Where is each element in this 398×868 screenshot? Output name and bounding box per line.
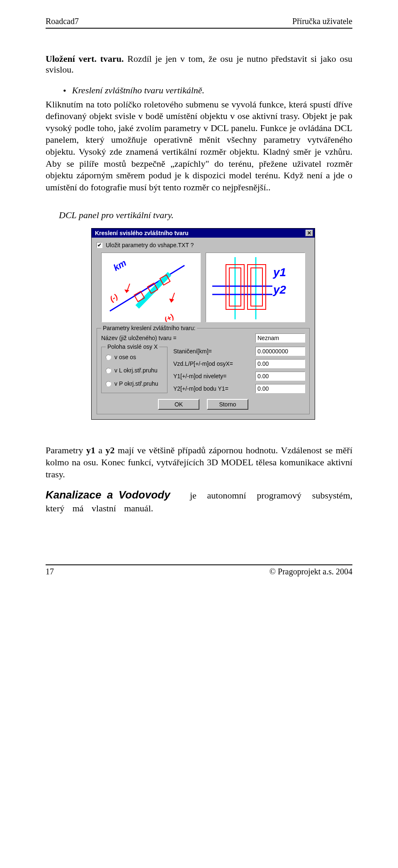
svg-marker-5 bbox=[124, 289, 129, 293]
radio-row-2: v P okrj.stř.pruhu bbox=[106, 380, 163, 387]
svg-marker-6 bbox=[169, 299, 174, 303]
button-row: OK Storno bbox=[101, 399, 305, 410]
page-header: Roadcad7 Příručka uživatele bbox=[46, 17, 352, 26]
radio-l-okrj[interactable] bbox=[106, 368, 111, 373]
illustration-row: km (-) (+) bbox=[101, 253, 306, 322]
label-y2: y2 bbox=[272, 283, 286, 296]
fieldset-poloha-label: Poloha svislé osy X bbox=[106, 343, 159, 350]
dialog-titlebar[interactable]: Kreslení svislého zvláštního tvaru ✕ bbox=[92, 229, 315, 238]
bullet-item: • Kreslení zvláštního tvaru vertikálně. bbox=[63, 85, 352, 97]
footer-right: © Pragoprojekt a.s. 2004 bbox=[269, 567, 352, 576]
nazev-input[interactable]: Neznam bbox=[255, 333, 305, 343]
title-bold: Uložení vert. tvaru. bbox=[46, 53, 124, 64]
dialog-body: ✔ Uložit parametry do vshape.TXT ? km (-… bbox=[92, 238, 315, 419]
y2-input[interactable]: 0.00 bbox=[255, 384, 305, 393]
stanic-input[interactable]: 0.00000000 bbox=[255, 347, 305, 356]
label-y1: y1 bbox=[272, 266, 286, 279]
radio-row-0: v ose os bbox=[106, 354, 163, 360]
check-icon: ✔ bbox=[97, 242, 102, 248]
fieldset-poloha: Poloha svislé osy X v ose os v L okrj.st… bbox=[101, 347, 167, 393]
fieldset-params-label: Parametry kreslení zvláštního tvaru: bbox=[101, 325, 197, 331]
paragraph-1: Kliknutím na toto políčko roletového sub… bbox=[46, 99, 352, 194]
radio-ose-os[interactable] bbox=[106, 355, 111, 360]
section-title: Uložení vert. tvaru. Rozdíl je jen v tom… bbox=[46, 53, 352, 75]
checkbox-row: ✔ Uložit parametry do vshape.TXT ? bbox=[97, 242, 310, 248]
param-grid: Staničení[km]= 0.00000000 Vzd.L/P[+/-m]o… bbox=[173, 347, 305, 393]
figure-caption: DCL panel pro vertikální tvary. bbox=[59, 210, 352, 221]
row1-label: Vzd.L/P[+/-m]od osyX= bbox=[173, 360, 251, 367]
checkbox-save-params[interactable]: ✔ bbox=[97, 242, 102, 248]
close-button[interactable]: ✕ bbox=[306, 230, 313, 236]
close-icon: ✕ bbox=[307, 230, 311, 236]
row2-label: Y1[+/-m]od nivelety= bbox=[173, 373, 251, 379]
svg-rect-13 bbox=[248, 265, 266, 309]
paragraph-2: Parametry y1 a y2 mají ve většině případ… bbox=[46, 445, 352, 480]
radio-label-0: v ose os bbox=[114, 354, 136, 360]
radio-p-okrj[interactable] bbox=[106, 381, 111, 387]
nazev-label: Název (již uloženého) tvaru = bbox=[101, 335, 251, 341]
radio-label-2: v P okrj.stř.pruhu bbox=[114, 380, 158, 387]
page-footer: 17 © Pragoprojekt a.s. 2004 bbox=[46, 567, 352, 576]
radio-row-1: v L okrj.stř.pruhu bbox=[106, 367, 163, 374]
label-km: km bbox=[112, 258, 128, 273]
header-rule bbox=[46, 28, 352, 29]
illustration-left: km (-) (+) bbox=[101, 253, 201, 322]
subsection: Kanalizace a Vodovody je autonomní progr… bbox=[46, 488, 352, 515]
bullet-label: Kreslení zvláštního tvaru vertikálně. bbox=[72, 85, 204, 97]
label-minus: (-) bbox=[109, 292, 119, 303]
radio-label-1: v L okrj.stř.pruhu bbox=[114, 367, 158, 374]
ok-button[interactable]: OK bbox=[158, 399, 199, 410]
svg-line-1 bbox=[137, 274, 170, 307]
header-left: Roadcad7 bbox=[46, 17, 79, 26]
dialog-title: Kreslení svislého zvláštního tvaru bbox=[95, 230, 189, 236]
cancel-button[interactable]: Storno bbox=[207, 399, 248, 410]
row3-label: Y2[+/-m]od bodu Y1= bbox=[173, 385, 251, 392]
fieldset-params: Parametry kreslení zvláštního tvaru: Náz… bbox=[97, 328, 310, 414]
checkbox-label: Uložit parametry do vshape.TXT ? bbox=[106, 242, 194, 248]
footer-left: 17 bbox=[46, 567, 54, 576]
footer-rule bbox=[46, 564, 352, 565]
svg-line-0 bbox=[110, 265, 184, 311]
y1-input[interactable]: 0.00 bbox=[255, 372, 305, 381]
illustration-right: y1 y2 bbox=[206, 253, 305, 322]
svg-rect-14 bbox=[251, 268, 262, 306]
subsection-heading: Kanalizace a Vodovody bbox=[46, 489, 170, 501]
row0-label: Staničení[km]= bbox=[173, 348, 251, 355]
header-right: Příručka uživatele bbox=[292, 17, 352, 26]
label-plus: (+) bbox=[163, 313, 175, 323]
vzd-input[interactable]: 0.00 bbox=[255, 359, 305, 368]
bullet-dot-icon: • bbox=[63, 85, 66, 97]
dialog-window: Kreslení svislého zvláštního tvaru ✕ ✔ U… bbox=[91, 228, 315, 420]
